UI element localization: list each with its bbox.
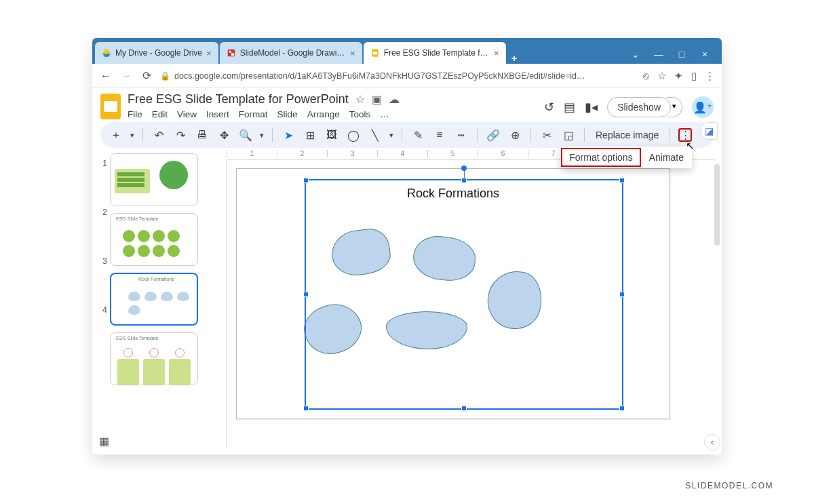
redo-icon[interactable]: ↷ [173, 129, 188, 142]
menu-format[interactable]: Format [239, 109, 268, 119]
side-panel-toggle-icon[interactable]: ◪ [700, 122, 718, 140]
undo-icon[interactable]: ↶ [151, 129, 166, 142]
slideshow-dropdown-icon[interactable]: ▾ [667, 97, 682, 117]
slides-icon [370, 48, 380, 58]
slide-thumb-1[interactable] [110, 153, 198, 206]
extensions-icon[interactable]: ✦ [674, 70, 683, 82]
resize-handle-sw[interactable] [303, 406, 309, 411]
crop-icon[interactable]: ✂ [539, 129, 554, 142]
close-icon[interactable]: × [206, 48, 212, 58]
history-icon[interactable]: ↺ [544, 100, 554, 115]
menu-tools[interactable]: Tools [349, 109, 371, 119]
url-field[interactable]: 🔒 docs.google.com/presentation/d/1aKA6T3… [160, 71, 636, 81]
hide-side-panel-icon[interactable]: ‹ [704, 434, 720, 450]
move-icon[interactable]: ▣ [372, 93, 382, 106]
resize-handle-ne[interactable] [619, 178, 625, 183]
thumb4-cards [117, 348, 191, 385]
minimize-icon[interactable]: — [651, 49, 666, 60]
menu-slide[interactable]: Slide [277, 109, 298, 119]
share-url-icon[interactable]: ⎋ [643, 70, 649, 81]
menu-edit[interactable]: Edit [152, 109, 168, 119]
new-slide-icon[interactable]: ＋ [109, 128, 123, 142]
slide-thumb-3[interactable]: Rock Formations [110, 273, 198, 326]
new-tab-button[interactable]: + [511, 52, 518, 64]
kebab-icon[interactable]: ⋮ [705, 70, 715, 82]
line-dropdown-icon[interactable]: ▾ [389, 131, 393, 140]
resize-handle-n[interactable] [461, 178, 467, 183]
comments-icon[interactable]: ▤ [564, 100, 575, 115]
animate-item[interactable]: Animate [641, 148, 692, 167]
doc-title[interactable]: Free ESG Slide Template for PowerPoint [128, 92, 349, 106]
slide-thumb-4[interactable]: ESG Slide Template [110, 332, 198, 385]
star-icon[interactable]: ☆ [657, 70, 666, 82]
shape-icon[interactable]: ◯ [346, 129, 361, 142]
image-icon[interactable]: 🖼 [324, 129, 339, 141]
paint-format-icon[interactable]: ✥ [216, 129, 231, 142]
workspace: 1 2 3 4 ESG Slide Template [92, 148, 722, 454]
star-outline-icon[interactable]: ☆ [355, 93, 365, 106]
reload-icon[interactable]: ⟳ [140, 69, 153, 82]
browser-tab-drive[interactable]: My Drive - Google Drive × [95, 42, 218, 64]
slideshow-button[interactable]: Slideshow [607, 97, 671, 117]
more-options-icon[interactable]: ⋮ [678, 128, 692, 142]
border-color-icon[interactable]: ✎ [410, 129, 425, 142]
comment-icon[interactable]: ⊕ [507, 129, 522, 142]
menu-file[interactable]: File [128, 109, 142, 119]
close-icon[interactable]: × [494, 48, 499, 58]
grid-view-icon[interactable]: ▦ [99, 435, 109, 448]
profile-icon[interactable]: ▯ [691, 70, 697, 82]
maximize-icon[interactable]: □ [674, 49, 689, 60]
mask-icon[interactable]: ◲ [561, 129, 576, 142]
menu-more[interactable]: … [380, 109, 389, 119]
select-tool-icon[interactable]: ➤ [281, 129, 296, 142]
resize-handle-e[interactable] [619, 292, 625, 297]
menu-insert[interactable]: Insert [206, 109, 229, 119]
svg-point-4 [229, 51, 231, 54]
separator [272, 128, 273, 142]
thumb-numbers: 1 2 3 4 [96, 153, 107, 449]
separator [402, 128, 402, 142]
link-icon[interactable]: 🔗 [486, 129, 501, 142]
thumb2-title: ESG Slide Template [116, 216, 159, 221]
slide-thumb-2[interactable]: ESG Slide Template [110, 213, 198, 266]
border-weight-icon[interactable]: ≡ [432, 129, 447, 141]
thumb3-rocks [128, 292, 189, 315]
resize-handle-s[interactable] [461, 406, 467, 411]
browser-titlebar: My Drive - Google Drive × SlideModel - G… [92, 38, 722, 64]
slide-canvas[interactable]: Rock Formations [236, 168, 670, 419]
border-dash-icon[interactable]: ┅ [454, 129, 469, 142]
share-button[interactable]: 👤⁺ [692, 96, 714, 118]
back-icon[interactable]: ← [99, 70, 113, 82]
menu-arrange[interactable]: Arrange [307, 109, 340, 119]
textbox-icon[interactable]: ⊞ [303, 129, 317, 142]
cloud-status-icon[interactable]: ☁ [389, 93, 400, 106]
separator [584, 128, 585, 142]
zoom-icon[interactable]: 🔍 [238, 129, 253, 142]
canvas-scrollbar[interactable] [714, 164, 720, 246]
selection-box[interactable] [305, 179, 623, 410]
svg-rect-7 [373, 52, 377, 54]
zoom-dropdown-icon[interactable]: ▾ [260, 131, 264, 140]
slides-logo-icon[interactable] [100, 94, 121, 119]
browser-tab-drawings[interactable]: SlideModel - Google Drawings × [220, 42, 362, 64]
drive-icon [102, 48, 111, 58]
line-icon[interactable]: ╲ [368, 129, 383, 142]
chevron-down-icon[interactable]: ⌄ [628, 49, 643, 60]
new-slide-dropdown-icon[interactable]: ▾ [130, 131, 134, 140]
menu-view[interactable]: View [177, 109, 197, 119]
resize-handle-nw[interactable] [303, 178, 309, 183]
replace-image-button[interactable]: Replace image [593, 130, 661, 140]
resize-handle-se[interactable] [619, 406, 625, 411]
resize-handle-w[interactable] [303, 292, 309, 297]
present-icon[interactable]: ▮◂ [585, 100, 598, 115]
rotate-handle[interactable] [461, 166, 467, 171]
thumb4-title: ESG Slide Template [116, 336, 159, 341]
browser-tab-slides[interactable]: Free ESG Slide Template for Pow × [364, 42, 506, 64]
forward-icon[interactable]: → [119, 70, 133, 82]
close-icon[interactable]: × [350, 48, 355, 58]
print-icon[interactable]: 🖶 [195, 129, 210, 141]
format-options-item[interactable]: Format options [561, 148, 640, 167]
close-window-icon[interactable]: × [697, 49, 712, 60]
ruler-vertical [214, 160, 227, 448]
canvas-area: 123 456 789 Rock Formations [208, 148, 722, 454]
